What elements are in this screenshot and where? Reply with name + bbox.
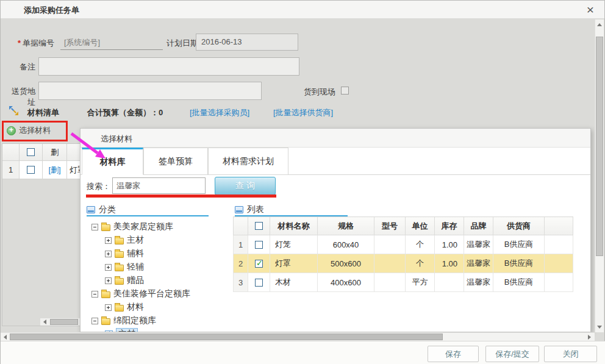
tree-item[interactable]: 辅料: [105, 247, 144, 260]
tree-item[interactable]: 主材: [105, 234, 144, 247]
query-button[interactable]: 查 询: [215, 177, 276, 195]
remark-input[interactable]: [38, 57, 299, 76]
tree-item[interactable]: 材料: [105, 301, 144, 314]
folder-icon: [101, 291, 110, 298]
main-vscrollbar[interactable]: [595, 20, 604, 332]
total-budget-text: 合计预算（金额）：0: [87, 107, 163, 118]
tree-item[interactable]: 美美家居定额库: [91, 220, 173, 234]
save-button[interactable]: 保存: [428, 346, 479, 362]
category-underline: [87, 215, 209, 216]
col-stock: 库存: [435, 217, 464, 235]
scroll-left-icon[interactable]: [4, 335, 7, 340]
tree-item[interactable]: 赠品: [105, 274, 144, 287]
col-supplier: 供货商: [493, 217, 545, 235]
rownum-header-cell: [2, 144, 20, 161]
select-all-cell: [20, 144, 43, 161]
save-submit-button[interactable]: 保存/提交: [485, 346, 539, 362]
purchase-table-hscrollbar[interactable]: [40, 318, 81, 326]
list-panel-title: 列表: [247, 204, 264, 215]
batch-select-buyer-link[interactable]: [批量选择采购员]: [190, 107, 249, 118]
tab-contract-budget[interactable]: 签单预算: [143, 148, 208, 175]
purchase-items-table: 删 1 [删] 灯罩: [2, 143, 81, 326]
row-checkbox-checked[interactable]: [255, 260, 263, 268]
folder-icon: [115, 251, 124, 258]
select-all-checkbox[interactable]: [255, 222, 263, 230]
rownum-cell: 1: [2, 161, 20, 179]
close-button[interactable]: 关闭: [544, 346, 597, 362]
tree-item[interactable]: 美佳装修平台定额库: [91, 287, 190, 301]
expand-icon[interactable]: [105, 264, 112, 271]
folder-icon: [115, 238, 124, 244]
material-name-cell: 灯罩: [67, 161, 81, 179]
footer-bar: 保存 保存/提交 关闭: [1, 341, 605, 364]
window-title: 添加采购任务单: [24, 5, 79, 16]
select-material-dialog: 选择材料 材料库 签单预算 材料需求计划 搜索： 查 询 分类 列表 美美家居定…: [80, 128, 591, 332]
add-purchase-task-window: 添加采购任务单 × * 单据编号 [系统编号] 计划日期 2016-06-13 …: [0, 0, 605, 364]
close-icon[interactable]: ×: [582, 2, 598, 18]
folder-icon: [115, 278, 124, 285]
select-all-header: [248, 217, 270, 235]
list-panel-icon: [235, 206, 243, 213]
expand-icon[interactable]: [105, 277, 112, 284]
arrival-on-site-label: 货到现场: [304, 87, 335, 98]
material-row[interactable]: 1 灯笼 600x40 个 1.00 温馨家 B供应商: [234, 235, 573, 254]
tab-material-library[interactable]: 材料库: [82, 148, 143, 175]
rownum-header: [234, 217, 248, 235]
scroll-left-icon[interactable]: [43, 319, 46, 324]
col-spec: 规格: [318, 217, 374, 235]
expand-icon[interactable]: [105, 237, 112, 244]
expand-icon[interactable]: [105, 304, 112, 311]
delete-row-link[interactable]: [删]: [43, 161, 67, 179]
select-all-checkbox[interactable]: [27, 148, 35, 156]
tree-item[interactable]: 绵阳定额库: [91, 314, 156, 327]
purchase-table-row[interactable]: 1 [删] 灯罩: [2, 161, 81, 179]
arrival-on-site-checkbox[interactable]: [341, 87, 349, 95]
purchase-table-header-row: 删: [2, 144, 81, 161]
scroll-up-icon[interactable]: [597, 23, 602, 26]
expand-icon[interactable]: [105, 251, 112, 257]
category-panel-header: 分类: [87, 204, 116, 215]
scrollbar-thumb[interactable]: [596, 37, 603, 256]
tab-material-demand-plan[interactable]: 材料需求计划: [208, 148, 288, 175]
row-checkbox[interactable]: [255, 279, 263, 287]
tree-item[interactable]: 轻辅: [105, 260, 144, 274]
plan-date-label: 计划日期: [166, 38, 198, 49]
col-extra: [545, 217, 573, 235]
col-unit: 单位: [406, 217, 435, 235]
select-material-button-label: 选择材料: [19, 125, 51, 136]
collapse-icon[interactable]: [91, 224, 98, 230]
scroll-right-icon[interactable]: [588, 335, 591, 340]
select-material-button[interactable]: 选择材料: [7, 124, 51, 137]
dialog-titlebar: 选择材料: [81, 129, 590, 148]
col-brand: 品牌: [464, 217, 493, 235]
folder-icon: [115, 305, 124, 312]
col-model: 型号: [374, 217, 406, 235]
plan-date-field[interactable]: 2016-06-13: [196, 34, 298, 51]
batch-select-supplier-link[interactable]: [批量选择供货商]: [273, 107, 333, 118]
scrollbar-thumb[interactable]: [50, 319, 78, 325]
panel-arrows-icon: [9, 105, 19, 116]
scrollbar-thumb[interactable]: [10, 334, 443, 340]
row-checkbox[interactable]: [27, 166, 35, 174]
scroll-down-icon[interactable]: [597, 326, 602, 329]
list-panel-header: 列表: [235, 204, 264, 215]
folder-icon: [115, 265, 124, 271]
search-input[interactable]: [112, 177, 206, 194]
main-hscrollbar[interactable]: [1, 332, 595, 341]
collapse-icon[interactable]: [91, 318, 98, 324]
delete-header-cell: 删: [43, 144, 67, 161]
material-list-title: 材料清单: [27, 107, 59, 118]
collapse-icon[interactable]: [91, 291, 98, 298]
tree-item-selected[interactable]: 主材: [105, 327, 138, 332]
row-checkbox[interactable]: [255, 241, 263, 249]
row-checkbox-cell: [20, 161, 43, 179]
address-input[interactable]: [38, 82, 262, 100]
material-row[interactable]: 3 木材 400x600 平方 温馨家 B供应商: [234, 273, 573, 292]
material-row-selected[interactable]: 2 灯罩 500x600 个 1.00 温馨家 B供应商: [234, 254, 573, 273]
dialog-title: 选择材料: [101, 134, 132, 145]
category-panel-icon: [87, 206, 95, 213]
doc-no-field[interactable]: [系统编号]: [60, 34, 163, 50]
clipped-header-cell: [67, 144, 81, 161]
materials-table: 材料名称 规格 型号 单位 库存 品牌 供货商 1 灯笼 600x40: [233, 216, 573, 292]
address-label: 送货地址: [5, 86, 35, 108]
